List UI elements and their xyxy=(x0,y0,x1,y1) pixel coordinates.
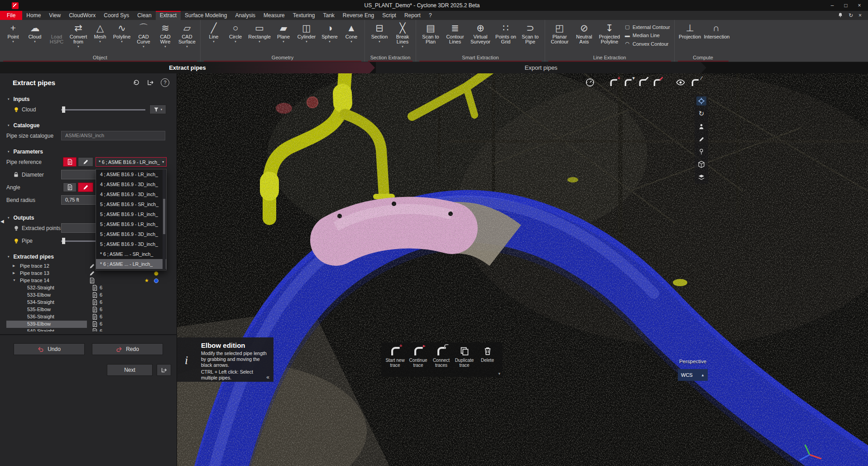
dropdown-scrollbar[interactable] xyxy=(163,170,166,269)
dismiss-icon[interactable]: × xyxy=(858,12,862,19)
cube-view-icon[interactable] xyxy=(696,160,706,169)
dropdown-option[interactable]: 5 ; ASME B16.9 - 3D_inch_ xyxy=(96,239,166,249)
pipe-annotate-icon[interactable] xyxy=(651,77,663,88)
median-line-button[interactable]: ▬Median Line xyxy=(624,33,670,38)
pipe-reference-edit-button[interactable] xyxy=(78,157,93,167)
point-button[interactable]: +Point▾ xyxy=(2,20,24,43)
sync-icon[interactable]: ↻ xyxy=(849,12,853,19)
step-extract-pipes[interactable]: Extract pipes xyxy=(0,62,375,73)
polyline-button[interactable]: ∿Polyline▾ xyxy=(111,20,133,43)
rectangle-button[interactable]: ▭Rectangle▾ xyxy=(246,20,273,43)
tree-expanded-icon[interactable]: ▼ xyxy=(13,279,16,282)
tree-collapsed-icon[interactable]: ▶ xyxy=(13,264,15,268)
minimize-button[interactable]: – xyxy=(825,0,839,11)
menu-analysis[interactable]: Analysis xyxy=(231,11,259,20)
connect-traces-button[interactable]: Connect traces xyxy=(430,345,452,368)
orbit-icon[interactable]: ↻ xyxy=(696,109,706,118)
wcs-toggle-icon[interactable]: ▲ xyxy=(701,373,705,377)
dropdown-option-selected[interactable]: * 6 ; ASME ... - LR_inch_ xyxy=(96,259,166,269)
help-icon[interactable]: ? xyxy=(161,78,169,87)
extend-pipe-icon[interactable]: + xyxy=(608,77,619,88)
sphere-button[interactable]: ◑Sphere▾ xyxy=(319,20,340,43)
close-button[interactable]: × xyxy=(853,0,866,11)
dropdown-option[interactable]: 4 ; ASME B16.9 - LR_inch_ xyxy=(96,169,166,179)
contour-lines-button[interactable]: ≣Contour Lines xyxy=(443,20,467,44)
virtual-surveyor-button[interactable]: ⊕Virtual Surveyor xyxy=(467,20,494,44)
cloud-button[interactable]: ☁Cloud▾ xyxy=(24,20,46,43)
redo-button[interactable]: Redo xyxy=(92,343,163,355)
sketch-icon[interactable] xyxy=(696,135,706,144)
points-on-grid-button[interactable]: ∷Points on Grid xyxy=(494,20,518,44)
wcs-selector[interactable]: WCS ▲ xyxy=(678,369,708,381)
projected-polyline-button[interactable]: ↧Projected Polyline xyxy=(596,20,623,44)
projection-button[interactable]: ⊥Projection xyxy=(677,20,703,39)
trace-color-yellow-dot[interactable] xyxy=(154,271,158,276)
mesh-button[interactable]: △Mesh▾ xyxy=(89,20,111,43)
dropdown-option[interactable]: 5 ; ASME B16.9 - 3D_inch_ xyxy=(96,229,166,239)
slider-thumb[interactable] xyxy=(62,106,65,113)
compass-icon[interactable] xyxy=(584,77,596,88)
first-person-view-icon[interactable] xyxy=(696,122,706,131)
point-cloud-scene[interactable] xyxy=(177,73,868,466)
info-collapse-icon[interactable]: « xyxy=(266,374,269,380)
continue-trace-button[interactable]: ▸ Continue trace xyxy=(407,345,429,368)
pipe-visibility-icon[interactable] xyxy=(675,77,686,88)
cad-surface-button[interactable]: ▱CAD Surface▾ xyxy=(176,20,198,48)
panel-collapse-icon[interactable]: ◀ xyxy=(0,219,4,224)
dropdown-option[interactable]: 4 ; ASME B16.9 - 3D_inch_ xyxy=(96,189,166,199)
break-lines-button[interactable]: ╳Break Lines▾ xyxy=(392,20,413,48)
tree-row-532-straight[interactable]: 532-Straight 6 xyxy=(0,284,177,292)
menu-extract[interactable]: Extract xyxy=(156,11,181,20)
reset-history-icon[interactable] xyxy=(133,79,140,86)
visibility-bulb-icon[interactable] xyxy=(13,238,19,244)
line-button[interactable]: ╱Line▾ xyxy=(203,20,225,43)
trace-color-blue-dot[interactable] xyxy=(154,279,158,283)
convex-contour-button[interactable]: ◠Convex Contour xyxy=(624,41,670,47)
start-new-trace-button[interactable]: + Start new trace xyxy=(384,345,406,368)
menu-surface-modeling[interactable]: Surface Modeling xyxy=(181,11,231,20)
external-contour-button[interactable]: ▢External Contour xyxy=(624,24,670,30)
pipe-size-catalogue-field[interactable]: ASME/ANSI_inch xyxy=(61,131,165,140)
menu-file[interactable]: File xyxy=(0,11,22,20)
tree-row-535-elbow[interactable]: 535-Elbow 6 xyxy=(0,306,177,313)
notifications-icon[interactable] xyxy=(838,12,843,19)
planar-contour-button[interactable]: ◰Planar Contour xyxy=(547,20,572,44)
dropdown-option[interactable]: * 6 ; ASME ... - SR_inch_ xyxy=(96,249,166,259)
step-export-pipes[interactable]: Export pipes xyxy=(376,62,706,73)
section-button[interactable]: ⊟Section▾ xyxy=(367,20,392,43)
tree-row-534-straight[interactable]: 534-Straight 6 xyxy=(0,299,177,306)
pipe-edit-icon[interactable] xyxy=(637,77,648,88)
circle-button[interactable]: ○Circle▾ xyxy=(225,20,246,43)
detach-panel-icon[interactable] xyxy=(147,79,154,86)
menu-measure[interactable]: Measure xyxy=(259,11,289,20)
pipe-reference-combobox[interactable]: * 6 ; ASME B16.9 - LR_inch_▾ xyxy=(96,157,167,167)
menu-cloudworx[interactable]: CloudWorx xyxy=(65,11,100,20)
tree-row-539-elbow-selected[interactable]: 539-Elbow 6 xyxy=(0,321,177,328)
viewport-3d[interactable]: + ▾ ∕ ↻ + Sta xyxy=(177,73,868,466)
menu-reverse-eng[interactable]: Reverse Eng xyxy=(339,11,378,20)
tree-row-pipe-trace-13[interactable]: ▶ Pipe trace 13 xyxy=(0,270,177,277)
menu-view[interactable]: View xyxy=(45,11,65,20)
cloud-slider[interactable] xyxy=(61,109,145,110)
export-step-button[interactable] xyxy=(157,364,171,376)
pencil-icon[interactable] xyxy=(89,263,95,269)
menu-script[interactable]: Script xyxy=(378,11,400,20)
neutral-axis-button[interactable]: ⊘Neutral Axis xyxy=(572,20,596,44)
tree-row-540-straight[interactable]: 540-Straight 6 xyxy=(0,328,177,331)
trace-toolbar-expand-icon[interactable]: ▾ xyxy=(498,371,500,376)
slider-thumb[interactable] xyxy=(62,238,65,244)
dropdown-option[interactable]: 4 ; ASME B16.9 - 3D_inch_ xyxy=(96,179,166,189)
cylinder-button[interactable]: ◫Cylinder▾ xyxy=(294,20,319,43)
visibility-bulb-icon[interactable] xyxy=(13,225,19,231)
document-icon[interactable] xyxy=(89,278,95,283)
pipe-hide-icon[interactable]: ∕ xyxy=(689,77,701,88)
scrollbar-thumb[interactable] xyxy=(163,199,165,234)
layers-icon[interactable] xyxy=(696,173,706,182)
maximize-button[interactable]: □ xyxy=(839,0,853,11)
cad-curve-button[interactable]: ⌒CAD Curve▾ xyxy=(133,20,154,48)
visibility-bulb-icon[interactable] xyxy=(13,106,19,113)
tree-row-536-straight[interactable]: 536-Straight 6 xyxy=(0,313,177,321)
dropdown-option[interactable]: 5 ; ASME B16.9 - SR_inch_ xyxy=(96,199,166,209)
tree-row-pipe-trace-14[interactable]: ▼ Pipe trace 14 ★ xyxy=(0,277,177,284)
reference-star-icon[interactable]: ★ xyxy=(144,278,149,283)
